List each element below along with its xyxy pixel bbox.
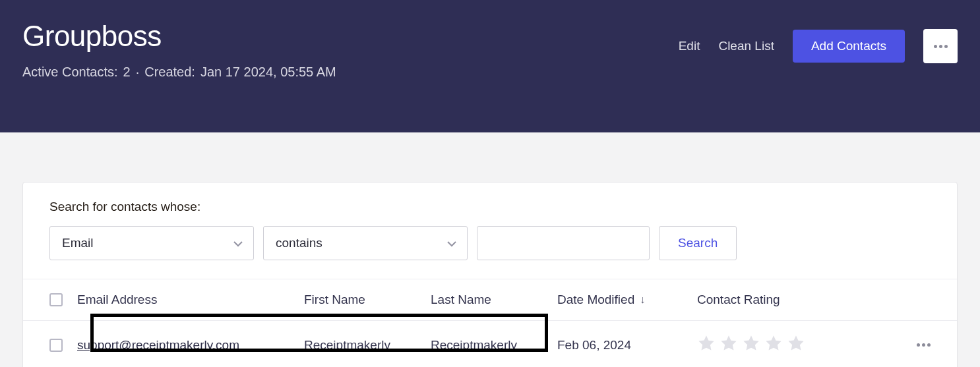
search-button[interactable]: Search <box>659 226 737 260</box>
rating-stars[interactable] <box>697 334 855 356</box>
header-actions: Edit Clean List Add Contacts <box>679 20 958 63</box>
created-value: Jan 17 2024, 05:55 AM <box>200 65 336 80</box>
search-field-value: Email <box>62 236 94 250</box>
row-date-cell: Feb 06, 2024 <box>557 338 697 353</box>
star-icon <box>787 334 805 356</box>
select-all-checkbox[interactable] <box>49 293 63 306</box>
search-operator-value: contains <box>276 236 322 250</box>
row-rating-cell <box>697 334 855 356</box>
active-contacts-label: Active Contacts: <box>22 65 118 80</box>
select-all-cell <box>49 293 77 306</box>
search-query-input[interactable] <box>477 226 650 260</box>
star-icon <box>742 334 760 356</box>
table-row: support@receiptmakerly.com Receiptmakerl… <box>23 321 957 367</box>
search-operator-select[interactable]: contains <box>263 226 468 260</box>
page-meta: Active Contacts: 2 · Created: Jan 17 202… <box>22 65 336 80</box>
page-title: Groupboss <box>22 20 336 53</box>
contact-email-link[interactable]: support@receiptmakerly.com <box>77 338 239 352</box>
star-icon <box>720 334 738 356</box>
column-header-last-name[interactable]: Last Name <box>431 293 557 307</box>
contacts-table: Email Address First Name Last Name Date … <box>23 279 957 367</box>
more-actions-button[interactable] <box>923 29 958 63</box>
search-label: Search for contacts whose: <box>23 200 957 226</box>
row-last-name-cell: Receiptmakerly <box>431 338 557 353</box>
search-field-select[interactable]: Email <box>49 226 254 260</box>
star-icon <box>697 334 716 356</box>
active-contacts-count: 2 <box>123 65 131 80</box>
contacts-card: Search for contacts whose: Email contain… <box>22 182 958 367</box>
page-header: Groupboss Active Contacts: 2 · Created: … <box>0 0 980 132</box>
table-header-row: Email Address First Name Last Name Date … <box>23 279 957 321</box>
row-more-button[interactable] <box>917 343 931 347</box>
search-row: Email contains Search <box>23 226 957 279</box>
row-select-cell <box>49 339 77 352</box>
row-email-cell: support@receiptmakerly.com <box>77 338 304 353</box>
add-contacts-button[interactable]: Add Contacts <box>793 30 905 63</box>
chevron-down-icon <box>447 236 456 250</box>
created-label: Created: <box>144 65 195 80</box>
row-checkbox[interactable] <box>49 339 63 352</box>
sort-descending-icon: ↓ <box>640 294 645 306</box>
column-header-email[interactable]: Email Address <box>77 293 304 307</box>
column-header-contact-rating[interactable]: Contact Rating <box>697 293 855 307</box>
column-header-date-label: Date Modified <box>557 293 634 307</box>
edit-link[interactable]: Edit <box>679 39 700 53</box>
row-actions-cell <box>855 343 931 347</box>
clean-list-link[interactable]: Clean List <box>718 39 774 53</box>
meta-separator: · <box>136 65 140 80</box>
column-header-first-name[interactable]: First Name <box>304 293 431 307</box>
header-left: Groupboss Active Contacts: 2 · Created: … <box>22 20 336 80</box>
chevron-down-icon <box>233 236 243 250</box>
ellipsis-icon <box>934 45 948 48</box>
star-icon <box>764 334 783 356</box>
ellipsis-icon <box>917 343 931 347</box>
column-header-date-modified[interactable]: Date Modified ↓ <box>557 293 697 307</box>
row-first-name-cell: Receiptmakerly <box>304 338 431 353</box>
